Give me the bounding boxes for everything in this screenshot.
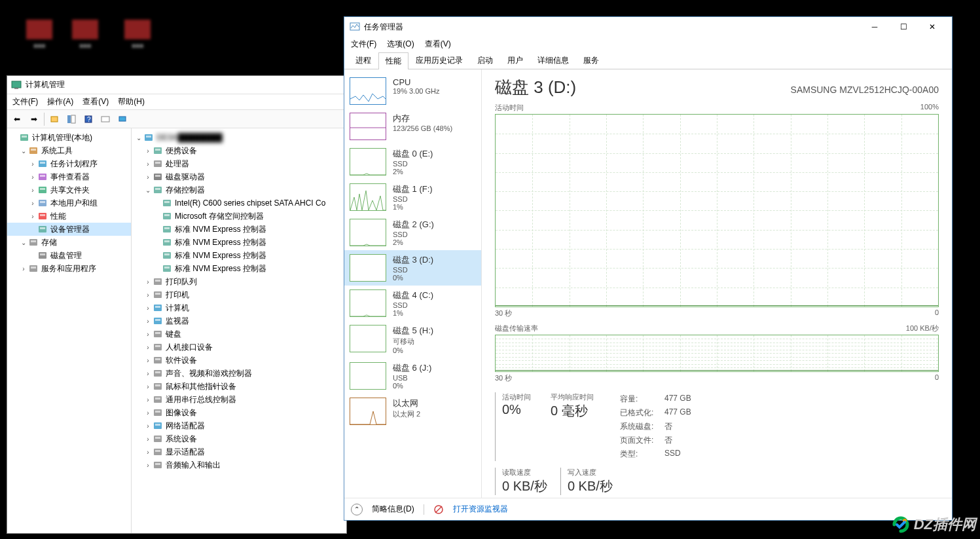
cm-menu-view[interactable]: 查看(V) bbox=[82, 96, 109, 107]
tree-item[interactable]: Intel(R) C600 series chipset SATA AHCI C… bbox=[132, 196, 346, 210]
expand-icon[interactable]: › bbox=[19, 265, 28, 272]
tree-item[interactable]: ⌄系统工具 bbox=[7, 144, 131, 157]
nav-fwd-button[interactable]: ➡ bbox=[27, 112, 41, 126]
expand-icon[interactable]: › bbox=[28, 160, 37, 168]
tree-item[interactable]: ›处理器 bbox=[132, 157, 346, 170]
tm-menu-file[interactable]: 文件(F) bbox=[351, 39, 376, 50]
tab-1[interactable]: 性能 bbox=[378, 52, 408, 69]
expand-icon[interactable]: › bbox=[143, 160, 153, 168]
tree-item[interactable]: 标准 NVM Express 控制器 bbox=[132, 236, 346, 249]
tree-item[interactable]: ›键盘 bbox=[132, 327, 346, 341]
tree-item[interactable]: ⌄DESK████████ bbox=[132, 131, 346, 144]
tree-item[interactable]: ›图像设备 bbox=[132, 406, 346, 419]
tab-4[interactable]: 用户 bbox=[500, 52, 530, 69]
expand-icon[interactable]: ⌄ bbox=[19, 239, 28, 246]
tree-item[interactable]: ›鼠标和其他指针设备 bbox=[132, 380, 346, 393]
perf-item[interactable]: 磁盘 0 (E:)SSD2% bbox=[344, 144, 481, 179]
cm-right-tree[interactable]: ⌄DESK████████›便携设备›处理器›磁盘驱动器⌄存储控制器Intel(… bbox=[132, 128, 346, 533]
expand-icon[interactable]: › bbox=[143, 305, 153, 312]
tree-item[interactable]: ⌄存储控制器 bbox=[132, 183, 346, 196]
tree-item[interactable]: ›打印机 bbox=[132, 288, 346, 301]
nav-back-button[interactable]: ⬅ bbox=[10, 112, 24, 126]
expand-icon[interactable]: › bbox=[143, 370, 153, 377]
tree-item[interactable]: 设备管理器 bbox=[7, 223, 131, 236]
toolbar-btn-5[interactable] bbox=[115, 112, 130, 126]
performance-sidebar[interactable]: CPU19% 3.00 GHz内存123/256 GB (48%)磁盘 0 (E… bbox=[344, 69, 482, 498]
perf-item[interactable]: 磁盘 3 (D:)SSD0% bbox=[344, 250, 481, 286]
perf-item[interactable]: 以太网以太网 2 bbox=[344, 394, 481, 429]
tree-item[interactable]: 磁盘管理 bbox=[7, 249, 131, 262]
tree-item[interactable]: ›本地用户和组 bbox=[7, 196, 131, 210]
expand-icon[interactable]: › bbox=[143, 383, 153, 390]
tree-item[interactable]: ›性能 bbox=[7, 210, 131, 223]
toolbar-btn-1[interactable] bbox=[47, 112, 62, 126]
expand-icon[interactable]: › bbox=[143, 422, 153, 430]
expand-icon[interactable]: › bbox=[143, 147, 153, 155]
tab-3[interactable]: 启动 bbox=[470, 52, 500, 69]
cm-menu-help[interactable]: 帮助(H) bbox=[118, 96, 145, 107]
open-resource-monitor-link[interactable]: 打开资源监视器 bbox=[453, 504, 508, 515]
expand-icon[interactable]: › bbox=[143, 357, 153, 364]
expand-icon[interactable]: › bbox=[28, 213, 37, 220]
tab-2[interactable]: 应用历史记录 bbox=[408, 52, 470, 69]
tree-item[interactable]: ›事件查看器 bbox=[7, 170, 131, 183]
tab-0[interactable]: 进程 bbox=[348, 52, 378, 69]
minimize-button[interactable]: ─ bbox=[860, 18, 889, 36]
expand-icon[interactable]: › bbox=[143, 396, 153, 403]
tree-item[interactable]: ›打印队列 bbox=[132, 275, 346, 288]
tree-item[interactable]: 标准 NVM Express 控制器 bbox=[132, 262, 346, 275]
toolbar-btn-2[interactable] bbox=[64, 112, 79, 126]
desktop-shortcut[interactable]: ■■■ bbox=[20, 20, 59, 49]
collapse-icon[interactable]: ⌃ bbox=[351, 504, 363, 515]
tree-item[interactable]: ›便携设备 bbox=[132, 144, 346, 157]
brief-info-link[interactable]: 简略信息(D) bbox=[372, 504, 414, 515]
tree-item[interactable]: ›音频输入和输出 bbox=[132, 458, 346, 472]
expand-icon[interactable]: ⌄ bbox=[143, 187, 153, 194]
tree-item[interactable]: ›通用串行总线控制器 bbox=[132, 393, 346, 406]
expand-icon[interactable]: › bbox=[143, 449, 153, 456]
expand-icon[interactable]: › bbox=[28, 174, 37, 181]
maximize-button[interactable]: ☐ bbox=[889, 18, 918, 36]
tm-menu-view[interactable]: 查看(V) bbox=[425, 39, 451, 50]
tab-6[interactable]: 服务 bbox=[576, 52, 606, 69]
tree-item[interactable]: ›监视器 bbox=[132, 314, 346, 327]
tree-item[interactable]: ›网络适配器 bbox=[132, 419, 346, 432]
toolbar-btn-4[interactable] bbox=[98, 112, 113, 126]
expand-icon[interactable]: › bbox=[143, 462, 153, 469]
expand-icon[interactable]: › bbox=[28, 187, 37, 194]
perf-item[interactable]: 内存123/256 GB (48%) bbox=[344, 109, 481, 144]
expand-icon[interactable]: › bbox=[28, 200, 37, 207]
tree-item[interactable]: ›声音、视频和游戏控制器 bbox=[132, 367, 346, 380]
expand-icon[interactable]: › bbox=[143, 174, 153, 181]
perf-item[interactable]: 磁盘 6 (J:)USB0% bbox=[344, 358, 481, 394]
perf-item[interactable]: CPU19% 3.00 GHz bbox=[344, 73, 481, 109]
cm-left-tree[interactable]: 计算机管理(本地)⌄系统工具›任务计划程序›事件查看器›共享文件夹›本地用户和组… bbox=[7, 128, 132, 533]
tm-titlebar[interactable]: 任务管理器 ─ ☐ ✕ bbox=[344, 17, 952, 37]
close-button[interactable]: ✕ bbox=[918, 18, 947, 36]
tm-menu-options[interactable]: 选项(O) bbox=[387, 39, 414, 50]
tree-item[interactable]: ›磁盘驱动器 bbox=[132, 170, 346, 183]
tree-item[interactable]: ›任务计划程序 bbox=[7, 157, 131, 170]
tree-item[interactable]: ›显示适配器 bbox=[132, 445, 346, 458]
cm-menu-action[interactable]: 操作(A) bbox=[47, 96, 73, 107]
tree-item[interactable]: 计算机管理(本地) bbox=[7, 131, 131, 144]
expand-icon[interactable]: › bbox=[143, 409, 153, 417]
tree-item[interactable]: ›软件设备 bbox=[132, 354, 346, 367]
tree-item[interactable]: ›人机接口设备 bbox=[132, 341, 346, 354]
cm-menu-file[interactable]: 文件(F) bbox=[12, 96, 38, 107]
tree-item[interactable]: ›计算机 bbox=[132, 301, 346, 314]
expand-icon[interactable]: › bbox=[143, 436, 153, 443]
tree-item[interactable]: ›系统设备 bbox=[132, 432, 346, 445]
desktop-shortcut[interactable]: ■■■ bbox=[65, 20, 105, 49]
expand-icon[interactable]: › bbox=[143, 344, 153, 351]
perf-item[interactable]: 磁盘 2 (G:)SSD2% bbox=[344, 215, 481, 250]
expand-icon[interactable]: › bbox=[143, 331, 153, 338]
tree-item[interactable]: Microsoft 存储空间控制器 bbox=[132, 210, 346, 223]
toolbar-btn-3[interactable]: ? bbox=[81, 112, 96, 126]
expand-icon[interactable]: › bbox=[143, 318, 153, 325]
tree-item[interactable]: ›共享文件夹 bbox=[7, 183, 131, 196]
cm-titlebar[interactable]: 计算机管理 bbox=[7, 76, 346, 94]
perf-item[interactable]: 磁盘 5 (H:)可移动0% bbox=[344, 321, 481, 358]
expand-icon[interactable]: ⌄ bbox=[134, 134, 143, 141]
tree-item[interactable]: 标准 NVM Express 控制器 bbox=[132, 223, 346, 236]
